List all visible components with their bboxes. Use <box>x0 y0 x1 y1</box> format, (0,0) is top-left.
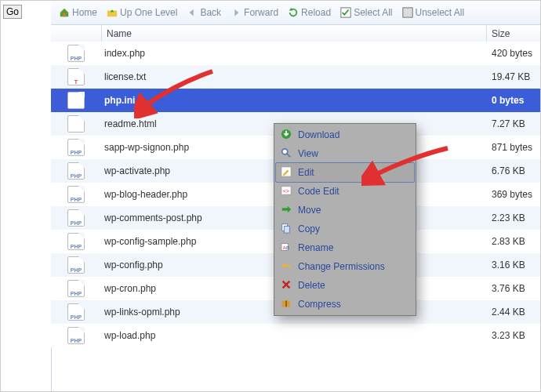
main-panel: Home Up One Level Back Forward Reload <box>51 1 540 391</box>
file-icon-cell: PHP <box>51 162 101 180</box>
file-icon-cell: PHP <box>51 256 101 274</box>
file-php-icon: PHP <box>67 256 85 274</box>
toolbar-unselect-all-label: Unselect All <box>416 7 465 18</box>
file-size: 2.44 KB <box>487 307 540 318</box>
ctx-copy[interactable]: Copy <box>276 220 414 238</box>
pencil-icon <box>281 166 293 179</box>
file-icon-cell: PHP <box>51 303 101 321</box>
file-ini-icon <box>67 92 85 109</box>
home-icon <box>59 7 70 18</box>
left-panel <box>1 1 52 391</box>
move-icon <box>281 204 293 216</box>
ctx-label: Compress <box>298 299 341 310</box>
file-size: 6.76 KB <box>487 165 540 176</box>
toolbar-back-label: Back <box>200 7 221 18</box>
ctx-label: View <box>298 148 318 159</box>
toolbar-home-label: Home <box>72 7 97 18</box>
col-size-header[interactable]: Size <box>487 25 540 42</box>
ctx-code-edit[interactable]: <> Code Edit <box>276 182 414 201</box>
file-size: 871 bytes <box>487 142 540 153</box>
checkbox-checked-icon <box>340 7 351 18</box>
toolbar-reload-label: Reload <box>301 7 331 18</box>
svg-rect-19 <box>285 301 287 307</box>
toolbar-reload[interactable]: Reload <box>285 7 334 18</box>
svg-rect-11 <box>284 226 289 233</box>
toolbar-select-all[interactable]: Select All <box>337 7 395 18</box>
ctx-label: Code Edit <box>298 186 339 197</box>
ctx-view[interactable]: View <box>276 144 414 163</box>
file-icon-cell <box>51 92 101 109</box>
file-icon-cell: PHP <box>51 233 101 250</box>
file-icon-cell <box>51 115 101 132</box>
file-size: 19.47 KB <box>487 71 540 82</box>
file-icon-cell: T <box>51 68 101 85</box>
ctx-move[interactable]: Move <box>276 201 414 220</box>
ctx-permissions[interactable]: Change Permissions <box>276 257 414 276</box>
file-size: 2.83 KB <box>487 236 540 247</box>
ctx-label: Delete <box>298 280 325 291</box>
svg-rect-17 <box>289 265 291 268</box>
file-html-icon <box>67 115 85 132</box>
file-php-icon: PHP <box>67 162 85 180</box>
file-size: 7.27 KB <box>487 118 540 129</box>
checkbox-empty-icon <box>402 7 413 18</box>
toolbar-forward-label: Forward <box>244 7 278 18</box>
file-name: wp-load.php <box>101 330 487 341</box>
toolbar-forward[interactable]: Forward <box>227 7 281 18</box>
ctx-delete[interactable]: Delete <box>276 276 414 295</box>
file-icon-cell: PHP <box>51 45 101 62</box>
ctx-edit[interactable]: Edit <box>275 162 415 183</box>
file-name: index.php <box>101 48 487 59</box>
file-size: 3.23 KB <box>487 330 540 341</box>
ctx-compress[interactable]: Compress <box>276 295 414 314</box>
file-icon-cell: PHP <box>51 209 101 227</box>
ctx-label: Rename <box>298 242 333 253</box>
ctx-rename[interactable]: AB Rename <box>276 238 414 257</box>
file-php-icon: PHP <box>67 209 85 227</box>
table-header: Name Size <box>51 25 540 43</box>
ctx-download[interactable]: Download <box>276 125 414 144</box>
file-php-icon: PHP <box>67 139 85 156</box>
file-row[interactable]: php.ini0 bytes <box>51 89 540 112</box>
col-name-header[interactable]: Name <box>102 25 487 42</box>
key-icon <box>281 260 293 273</box>
file-size: 0 bytes <box>487 95 540 106</box>
file-icon-cell: PHP <box>51 139 101 156</box>
svg-text:<>: <> <box>283 188 289 194</box>
file-php-icon: PHP <box>67 45 85 62</box>
svg-line-6 <box>287 154 290 157</box>
file-php-icon: PHP <box>67 327 85 344</box>
file-row[interactable]: PHPindex.php420 bytes <box>51 42 540 65</box>
toolbar-unselect-all[interactable]: Unselect All <box>399 7 468 18</box>
file-row[interactable]: PHPwp-load.php3.23 KB <box>51 324 540 347</box>
ctx-label: Copy <box>298 223 320 234</box>
ctx-label: Change Permissions <box>298 261 385 272</box>
toolbar: Home Up One Level Back Forward Reload <box>51 1 540 25</box>
svg-text:B: B <box>286 245 289 250</box>
file-php-icon: PHP <box>67 186 85 203</box>
toolbar-back[interactable]: Back <box>183 7 224 18</box>
file-name: license.txt <box>101 71 487 82</box>
back-arrow-icon <box>187 7 198 18</box>
file-row[interactable]: Tlicense.txt19.47 KB <box>51 65 540 89</box>
svg-rect-3 <box>402 8 412 17</box>
delete-icon <box>281 279 293 292</box>
ctx-label: Download <box>298 129 339 140</box>
ctx-label: Move <box>298 205 321 216</box>
file-size: 369 bytes <box>487 189 540 200</box>
col-icon-header[interactable] <box>51 25 102 42</box>
file-size: 2.23 KB <box>487 212 540 223</box>
context-menu: Download View Edit <> Code Edit Move Cop… <box>274 123 416 316</box>
file-icon-cell: PHP <box>51 280 101 297</box>
file-php-icon: PHP <box>67 303 85 321</box>
toolbar-up[interactable]: Up One Level <box>103 7 180 18</box>
file-icon-cell: PHP <box>51 327 101 344</box>
folder-up-icon <box>107 7 118 18</box>
toolbar-up-label: Up One Level <box>120 7 177 18</box>
toolbar-home[interactable]: Home <box>56 7 100 18</box>
go-button[interactable] <box>3 5 22 19</box>
reload-icon <box>288 7 299 18</box>
magnifier-icon <box>281 147 293 160</box>
toolbar-select-all-label: Select All <box>354 7 392 18</box>
file-txt-icon: T <box>67 68 85 85</box>
